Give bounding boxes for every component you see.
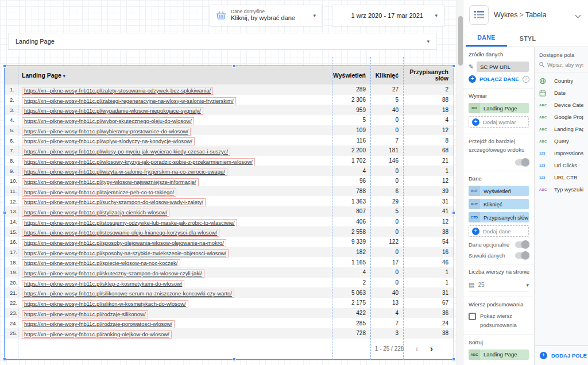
field-item[interactable]: ABC 123 ABC Device Category [535, 99, 588, 111]
landing-page-link[interactable]: https://xn--pikne-wosy-fnb11c.pl/spiecie… [22, 259, 180, 267]
words-value: 21 [403, 157, 454, 164]
field-search[interactable] [535, 62, 588, 72]
dimension-chip[interactable]: GO Landing Page [469, 103, 529, 113]
words-value: 31 [403, 198, 454, 205]
field-item[interactable]: ABC 123 ABC Country [535, 75, 588, 87]
blend-data-button[interactable]: POŁĄCZ DANE [469, 75, 529, 83]
column-header-words[interactable]: Przypisanychsłów [403, 69, 454, 82]
show-summary-checkbox[interactable] [469, 313, 476, 320]
field-type-icon: ABC 123 ABC [539, 90, 551, 97]
field-item[interactable]: ABC 123 ABC Url Clicks [535, 159, 588, 171]
landing-page-link[interactable]: https://xn--pikne-wosy-fnb11c.pl/silikon… [22, 300, 188, 308]
landing-page-link[interactable]: https://xn--pikne-wosy-fnb11c.pl/zalety-… [22, 87, 213, 95]
help-icon[interactable] [523, 76, 529, 83]
dropdown-caret-icon [435, 13, 438, 18]
clicks-value: 0 [370, 269, 403, 275]
words-value: 39 [403, 188, 454, 194]
landing-page-link[interactable]: https://xn--pikne-wosy-fnb11c.pl/wlosowy… [22, 158, 255, 166]
column-header-clicks[interactable]: Kliknięć [370, 72, 403, 79]
edit-pencil-icon[interactable] [469, 63, 474, 71]
field-item[interactable]: ABC 123 ABC Typ wyszukiwania [535, 183, 588, 195]
field-item[interactable]: ABC 123 ABC Impressions [535, 147, 588, 159]
landing-page-link[interactable]: https://xn--pikne-wosy-fnb11c.pl/stosowa… [22, 229, 219, 237]
landing-page-link[interactable]: https://xn--pikne-wosy-fnb11c.pl/sposoby… [22, 239, 226, 247]
add-field-button[interactable]: DODAJ POLE [535, 345, 588, 365]
landing-page-link[interactable]: https://xn--pikne-wosy-fnb11c.pl/wizyta-… [22, 168, 227, 176]
tab-styl[interactable]: STYL [507, 30, 548, 47]
rows-per-page-select[interactable]: 25 [469, 279, 529, 291]
landing-page-link[interactable]: https://xn--pikne-wosy-fnb11c.pl/rodzaje… [22, 320, 175, 328]
resize-handle[interactable] [452, 211, 455, 214]
row-number: 1. [5, 86, 18, 93]
add-dimension-button[interactable]: Dodaj wymiar [469, 116, 529, 128]
row-number: 7. [5, 147, 18, 153]
views-value: 109 [332, 127, 370, 133]
chart-type-header[interactable]: Wykres>Tabela [463, 0, 588, 30]
prev-page-icon[interactable] [415, 344, 418, 354]
landing-page-link[interactable]: https://xn--pikne-wosy-fnb11c.pl/wypadan… [22, 107, 203, 115]
data-control-subtitle: Dane domyślne [231, 9, 308, 15]
field-item[interactable]: ABC 123 ABC Date [535, 87, 588, 99]
drill-down-toggle[interactable] [515, 159, 529, 166]
resize-handle[interactable] [3, 64, 6, 68]
row-number: 5. [5, 127, 18, 133]
data-source-chip[interactable]: SC PW URL [477, 62, 529, 72]
field-item[interactable]: ABC 123 ABC Landing Page [535, 123, 588, 135]
landing-page-link[interactable]: https://xn--pikne-wosy-fnb11c.pl/sklep-z… [22, 280, 184, 288]
landing-page-link[interactable]: https://xn--pikne-wosy-fnb11c.pl/typy-wl… [22, 178, 199, 186]
resize-handle[interactable] [452, 358, 455, 361]
landing-page-link[interactable]: https://xn--pikne-wosy-fnb11c.pl/wlosy-p… [22, 148, 230, 156]
table-chart[interactable]: Landing Page Wyświetleń Kliknięć Przypis… [5, 66, 454, 359]
landing-page-link[interactable]: https://xn--pikne-wosy-fnb11c.pl/suchy-s… [22, 198, 206, 206]
landing-page-link[interactable]: https://xn--pikne-wosy-fnb11c.pl/wplyw-s… [22, 137, 195, 145]
column-header-landing-page[interactable]: Landing Page [18, 72, 332, 79]
landing-page-filter-control[interactable]: Landing Page [8, 33, 437, 50]
metric-sliders-toggle[interactable] [515, 252, 529, 259]
metric-chip[interactable]: AUT Wyświetleń [469, 186, 529, 196]
landing-page-link[interactable]: https://xn--pikne-wosy-fnb11c.pl/zabiegi… [22, 97, 236, 105]
metric-chip[interactable]: AUT Kliknięć [469, 199, 529, 209]
field-search-input[interactable] [547, 62, 583, 68]
landing-page-link[interactable]: https://xn--pikne-wosy-fnb11c.pl/wybor-s… [22, 117, 194, 125]
landing-page-link[interactable]: https://xn--pikne-wosy-fnb11c.pl/stosuje… [22, 219, 237, 227]
landing-page-link[interactable]: https://xn--pikne-wosy-fnb11c.pl/styliza… [22, 209, 169, 217]
row-number: 20. [5, 279, 18, 286]
table-row: 20. https://xn--pikne-wosy-fnb11c.pl/skl… [5, 278, 454, 288]
landing-page-link[interactable]: https://xn--pikne-wosy-fnb11c.pl/tajemni… [22, 189, 176, 197]
field-item[interactable]: ABC 123 ABC URL CTR [535, 171, 588, 183]
views-value: 285 [332, 320, 370, 326]
add-metric-button[interactable]: Dodaj dane [469, 225, 529, 237]
field-item[interactable]: ABC 123 ABC Google Property [535, 111, 588, 123]
show-summary-label: Pokaż wiersz podsumowania [480, 312, 517, 329]
landing-page-link[interactable]: https://xn--pikne-wosy-fnb11c.pl/silikon… [22, 290, 234, 298]
landing-page-link[interactable]: https://xn--pikne-wosy-fnb11c.pl/ranking… [22, 331, 172, 339]
field-item[interactable]: ABC 123 ABC Query [535, 135, 588, 147]
resize-handle[interactable] [233, 358, 236, 361]
column-header-views[interactable]: Wyświetleń [332, 72, 370, 79]
next-page-icon[interactable] [430, 344, 433, 354]
scrollbar-thumb[interactable] [458, 16, 463, 66]
data-source-control[interactable]: Dane domyślne Kliknij, by wybrać dane [210, 5, 322, 26]
optional-metrics-toggle[interactable] [515, 241, 529, 248]
clicks-value: 0 [370, 127, 403, 133]
canvas-scrollbar[interactable] [457, 0, 463, 365]
landing-page-link[interactable]: https://xn--pikne-wosy-fnb11c.pl/wybiera… [22, 128, 191, 136]
words-value: 54 [403, 239, 454, 245]
chevron-down-icon[interactable] [575, 12, 581, 18]
date-range-control[interactable]: 1 wrz 2020 - 17 mar 2021 [332, 5, 445, 26]
resize-handle[interactable] [3, 211, 6, 214]
metric-chip[interactable]: CTD Przypisanych słów [469, 212, 529, 222]
resize-handle[interactable] [233, 64, 236, 68]
landing-page-link[interactable]: https://xn--pikne-wosy-fnb11c.pl/rodzaje… [22, 310, 148, 318]
landing-page-link[interactable]: https://xn--pikne-wosy-fnb11c.pl/sposoby… [22, 249, 229, 258]
metrics-section: Dane AUT Wyświetleń AUT Kliknięć [463, 171, 534, 264]
clicks-value: 7 [370, 137, 403, 144]
views-value: 1 363 [332, 198, 370, 205]
sort-field-chip[interactable]: ABC Landing Page [469, 349, 529, 360]
tab-dane[interactable]: DANE [466, 30, 507, 47]
dropdown-caret-icon [526, 282, 529, 288]
resize-handle[interactable] [452, 64, 455, 68]
landing-page-link[interactable]: https://xn--pikne-wosy-fnb11c.pl/skutecz… [22, 270, 204, 278]
resize-handle[interactable] [3, 358, 6, 361]
views-value: 406 [332, 218, 370, 225]
